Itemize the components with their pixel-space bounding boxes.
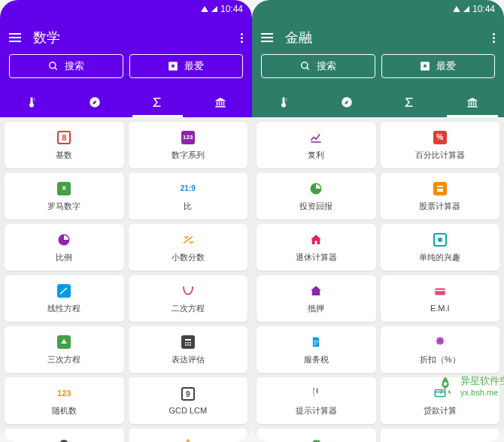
money-icon bbox=[433, 232, 448, 247]
calc-icon bbox=[181, 335, 196, 350]
card-label: 折扣（%） bbox=[420, 354, 460, 365]
header-top: 金融 bbox=[261, 24, 495, 51]
sigma-icon bbox=[150, 95, 164, 109]
phone-left: 10:44 数学 搜索 最爱 bbox=[0, 0, 252, 442]
card-item[interactable]: 数量 bbox=[129, 428, 248, 442]
menu-icon[interactable] bbox=[9, 33, 21, 42]
card-label: 小数分数 bbox=[172, 252, 205, 263]
search-icon bbox=[300, 61, 311, 71]
svg-point-13 bbox=[190, 344, 191, 346]
card-label: 投资回报 bbox=[299, 201, 332, 212]
card-label: 基数 bbox=[56, 150, 72, 161]
tabs bbox=[0, 87, 252, 117]
svg-point-0 bbox=[50, 62, 56, 68]
card-item[interactable]: 抵押 bbox=[257, 275, 376, 322]
favorite-button[interactable]: 最爱 bbox=[129, 54, 244, 78]
tab-bank[interactable] bbox=[441, 87, 504, 117]
card-item[interactable]: E.M.I bbox=[381, 275, 500, 322]
rocket-icon bbox=[435, 375, 456, 396]
card-item[interactable]: 股票计算器 bbox=[381, 173, 500, 219]
card-item[interactable]: 投资回报 bbox=[257, 173, 376, 219]
quadratic-icon bbox=[181, 283, 196, 298]
card-label: E.M.I bbox=[430, 304, 450, 313]
gcd-icon: 9 bbox=[181, 386, 196, 401]
svg-rect-26 bbox=[435, 290, 445, 292]
more-icon[interactable] bbox=[493, 33, 495, 43]
svg-rect-23 bbox=[437, 189, 443, 192]
tab-thermo[interactable] bbox=[252, 87, 315, 117]
card-label: 二次方程 bbox=[172, 303, 205, 314]
card-item[interactable]: 123数字系列 bbox=[129, 122, 248, 168]
tabs bbox=[252, 87, 504, 117]
card-item[interactable]: %百分比计算器 bbox=[381, 122, 500, 168]
card-item[interactable]: 汽车贷款 bbox=[381, 428, 500, 442]
svg-point-16 bbox=[302, 62, 308, 68]
mortgage-icon bbox=[308, 283, 323, 298]
more-icon[interactable] bbox=[241, 33, 243, 43]
card-item[interactable]: 区 bbox=[5, 428, 124, 442]
card-grid-left: 8基数123数字系列×罗马数字21:9比比例小数分数线性方程二次方程三次方程表达… bbox=[0, 117, 252, 442]
thermo-icon bbox=[277, 95, 290, 109]
card-item[interactable]: 9GCD LCM bbox=[129, 377, 248, 424]
card-icon bbox=[433, 284, 448, 299]
food-icon bbox=[308, 386, 323, 401]
card-item[interactable]: ×罗马数字 bbox=[5, 173, 124, 219]
signal-icon bbox=[211, 6, 217, 12]
card-item[interactable]: 线性方程 bbox=[5, 275, 124, 322]
card-item[interactable]: 8基数 bbox=[5, 122, 124, 168]
tab-sigma[interactable] bbox=[126, 87, 190, 117]
menu-icon[interactable] bbox=[261, 33, 273, 42]
page-title: 数学 bbox=[33, 29, 229, 47]
discount-icon bbox=[433, 335, 448, 350]
card-label: 线性方程 bbox=[47, 303, 80, 314]
num8-icon: 8 bbox=[56, 130, 71, 145]
card-item[interactable]: 折扣（%） bbox=[381, 326, 500, 373]
card-label: 退休计算器 bbox=[296, 252, 337, 263]
pie-icon bbox=[56, 232, 71, 247]
tab-sigma[interactable] bbox=[378, 87, 442, 117]
card-label: 单纯的兴趣 bbox=[419, 252, 460, 263]
triangle-icon bbox=[181, 437, 196, 443]
tab-thermo[interactable] bbox=[0, 87, 63, 117]
card-item[interactable]: 二次方程 bbox=[129, 275, 248, 322]
favorite-label: 最爱 bbox=[436, 59, 456, 73]
thermo-icon bbox=[25, 95, 38, 109]
search-button[interactable]: 搜索 bbox=[9, 54, 123, 78]
signal-icon bbox=[463, 6, 469, 12]
num123-icon: 123 bbox=[181, 130, 196, 145]
area-icon bbox=[56, 437, 71, 443]
card-item[interactable]: 退休计算器 bbox=[257, 224, 376, 271]
card-item[interactable]: 提示计算器 bbox=[257, 377, 376, 424]
header: 金融 搜索 最爱 bbox=[252, 18, 504, 87]
badge-icon bbox=[308, 437, 323, 442]
header-top: 数学 bbox=[9, 24, 243, 51]
star-icon bbox=[420, 61, 430, 71]
tab-compass[interactable] bbox=[315, 87, 378, 117]
favorite-button[interactable]: 最爱 bbox=[381, 54, 496, 78]
card-item[interactable]: 21:9比 bbox=[129, 173, 248, 219]
wifi-icon bbox=[453, 6, 460, 12]
svg-point-11 bbox=[185, 344, 187, 346]
status-bar: 10:44 bbox=[252, 0, 504, 18]
card-item[interactable]: 小数分数 bbox=[129, 224, 248, 271]
tab-bank[interactable] bbox=[189, 87, 252, 117]
compass-icon bbox=[88, 95, 102, 109]
card-item[interactable]: 三次方程 bbox=[5, 326, 124, 373]
card-item[interactable]: CAGR bbox=[257, 428, 376, 442]
card-item[interactable]: 服务税 bbox=[257, 326, 376, 373]
card-item[interactable]: 表达评估 bbox=[129, 326, 248, 373]
search-button[interactable]: 搜索 bbox=[261, 54, 375, 78]
tab-compass[interactable] bbox=[63, 87, 126, 117]
card-item[interactable]: 比例 bbox=[5, 224, 124, 271]
card-item[interactable]: 123随机数 bbox=[5, 377, 124, 424]
num123o-icon: 123 bbox=[56, 386, 71, 401]
search-label: 搜索 bbox=[65, 59, 84, 73]
home-icon bbox=[308, 232, 323, 247]
header: 数学 搜索 最爱 bbox=[0, 18, 252, 87]
percent-icon: % bbox=[433, 130, 448, 145]
card-item[interactable]: 复利 bbox=[257, 122, 376, 168]
header-container: 10:44 数学 搜索 最爱 bbox=[0, 0, 252, 117]
svg-line-1 bbox=[55, 68, 57, 70]
status-time: 10:44 bbox=[472, 4, 495, 14]
card-item[interactable]: 单纯的兴趣 bbox=[381, 224, 500, 271]
